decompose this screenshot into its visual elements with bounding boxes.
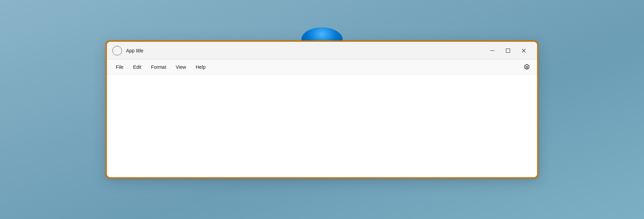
svg-rect-0 bbox=[490, 50, 494, 51]
menu-item-file[interactable]: File bbox=[111, 62, 128, 72]
menu-item-edit[interactable]: Edit bbox=[128, 62, 146, 72]
window-controls bbox=[484, 42, 532, 60]
minimize-button[interactable] bbox=[484, 42, 500, 60]
content-area bbox=[107, 75, 537, 177]
svg-rect-1 bbox=[506, 49, 510, 52]
minimize-icon bbox=[490, 49, 494, 53]
maximize-button[interactable] bbox=[500, 42, 516, 60]
app-title: App title bbox=[126, 48, 484, 53]
maximize-icon bbox=[506, 49, 510, 53]
menu-item-help[interactable]: Help bbox=[191, 62, 210, 72]
close-icon bbox=[522, 49, 526, 53]
app-icon bbox=[112, 46, 122, 55]
close-button[interactable] bbox=[516, 42, 532, 60]
menu-item-view[interactable]: View bbox=[171, 62, 191, 72]
gear-icon bbox=[523, 64, 530, 70]
title-bar: App title bbox=[107, 42, 537, 60]
desktop: App title bbox=[0, 0, 644, 219]
window-wrapper: App title bbox=[106, 41, 538, 178]
app-window: App title bbox=[106, 41, 538, 178]
settings-button[interactable] bbox=[521, 61, 533, 73]
menu-bar: File Edit Format View Help bbox=[107, 60, 537, 75]
menu-item-format[interactable]: Format bbox=[146, 62, 171, 72]
